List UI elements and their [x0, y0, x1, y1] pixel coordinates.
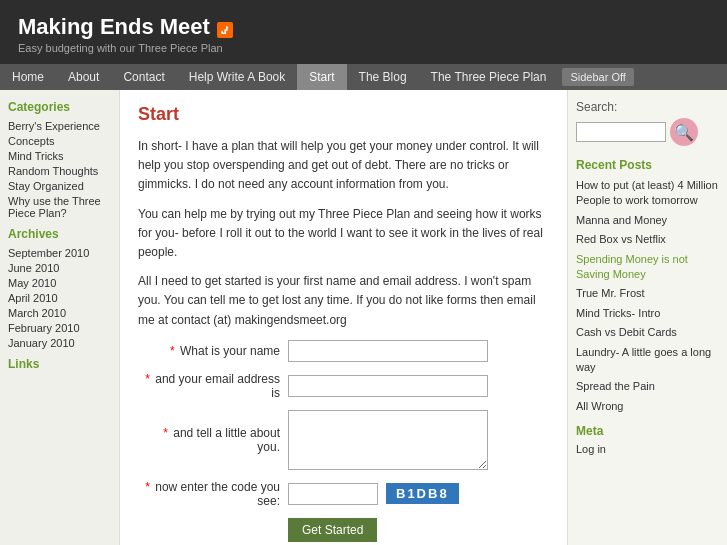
meta-title: Meta [576, 424, 719, 438]
recent-post-1[interactable]: Manna and Money [576, 213, 719, 228]
get-started-button[interactable]: Get Started [288, 518, 377, 542]
sidebar-category-5[interactable]: Why use the Three Piece Plan? [8, 195, 111, 219]
sidebar-category-4[interactable]: Stay Organized [8, 180, 111, 192]
sidebar-category-3[interactable]: Random Thoughts [8, 165, 111, 177]
site-title: Making Ends Meet [18, 14, 210, 39]
about-label: * and tell a little about you. [138, 426, 288, 454]
about-field-row: * and tell a little about you. [138, 410, 549, 470]
search-input[interactable] [576, 122, 666, 142]
archive-may-2010[interactable]: May 2010 [8, 277, 111, 289]
email-field-row: * and your email address is [138, 372, 549, 400]
recent-post-2[interactable]: Red Box vs Netflix [576, 232, 719, 247]
sidebar-category-0[interactable]: Berry's Experience [8, 120, 111, 132]
archive-jun-2010[interactable]: June 2010 [8, 262, 111, 274]
recent-post-0[interactable]: How to put (at least) 4 Million People t… [576, 178, 719, 209]
name-field-row: * What is your name [138, 340, 549, 362]
main-content: Start In short- I have a plan that will … [120, 90, 567, 545]
captcha-field-row: * now enter the code you see: B1DB8 [138, 480, 549, 508]
captcha-row: B1DB8 [288, 483, 459, 505]
right-sidebar: Search: 🔍 Recent Posts How to put (at le… [567, 90, 727, 545]
nav-start[interactable]: Start [297, 64, 346, 90]
recent-posts-title: Recent Posts [576, 158, 719, 172]
sidebar-category-2[interactable]: Mind Tricks [8, 150, 111, 162]
archive-sep-2010[interactable]: September 2010 [8, 247, 111, 259]
signup-form: * What is your name * and your email add… [138, 340, 549, 545]
required-star-about: * [163, 426, 168, 440]
intro-para-2: You can help me by trying out my Three P… [138, 205, 549, 263]
nav-help-write[interactable]: Help Write A Book [177, 64, 298, 90]
categories-title: Categories [8, 100, 111, 114]
required-star-captcha: * [145, 480, 150, 494]
search-icon-glyph: 🔍 [674, 123, 694, 142]
captcha-label-text: now enter the code you see: [155, 480, 280, 508]
about-textarea[interactable] [288, 410, 488, 470]
captcha-label: * now enter the code you see: [138, 480, 288, 508]
required-star-email: * [145, 372, 150, 386]
recent-post-5[interactable]: Mind Tricks- Intro [576, 306, 719, 321]
intro-para-1: In short- I have a plan that will help y… [138, 137, 549, 195]
recent-post-7[interactable]: Laundry- A little goes a long way [576, 345, 719, 376]
captcha-input[interactable] [288, 483, 378, 505]
meta-login[interactable]: Log in [576, 442, 719, 457]
nav-about[interactable]: About [56, 64, 111, 90]
search-icon[interactable]: 🔍 [670, 118, 698, 146]
recent-post-4[interactable]: True Mr. Frost [576, 286, 719, 301]
recent-post-3[interactable]: Spending Money is not Saving Money [576, 252, 719, 283]
main-layout: Categories Berry's Experience Concepts M… [0, 90, 727, 545]
required-star-name: * [170, 344, 175, 358]
archive-mar-2010[interactable]: March 2010 [8, 307, 111, 319]
nav-home[interactable]: Home [0, 64, 56, 90]
main-nav: Home About Contact Help Write A Book Sta… [0, 64, 727, 90]
nav-contact[interactable]: Contact [111, 64, 176, 90]
recent-post-6[interactable]: Cash vs Debit Cards [576, 325, 719, 340]
search-label: Search: [576, 100, 719, 114]
search-wrapper: 🔍 [576, 118, 719, 146]
name-input[interactable] [288, 340, 488, 362]
about-label-text: and tell a little about you. [173, 426, 280, 454]
archive-feb-2010[interactable]: February 2010 [8, 322, 111, 334]
recent-post-8[interactable]: Spread the Pain [576, 379, 719, 394]
left-sidebar: Categories Berry's Experience Concepts M… [0, 90, 120, 545]
email-label-text: and your email address is [155, 372, 280, 400]
rss-icon[interactable] [217, 22, 233, 38]
email-input[interactable] [288, 375, 488, 397]
name-label-text: What is your name [180, 344, 280, 358]
name-label: * What is your name [138, 344, 288, 358]
archive-apr-2010[interactable]: April 2010 [8, 292, 111, 304]
site-header: Making Ends Meet Easy budgeting with our… [0, 0, 727, 64]
sidebar-category-1[interactable]: Concepts [8, 135, 111, 147]
captcha-display: B1DB8 [386, 483, 459, 504]
archives-title: Archives [8, 227, 111, 241]
email-label: * and your email address is [138, 372, 288, 400]
page-title: Start [138, 104, 549, 125]
links-title: Links [8, 357, 111, 371]
nav-blog[interactable]: The Blog [347, 64, 419, 90]
archive-jan-2010[interactable]: January 2010 [8, 337, 111, 349]
sidebar-toggle-button[interactable]: Sidebar Off [562, 68, 633, 86]
intro-para-3: All I need to get started is your first … [138, 272, 549, 330]
nav-three-piece[interactable]: The Three Piece Plan [419, 64, 559, 90]
site-tagline: Easy budgeting with our Three Piece Plan [18, 42, 233, 54]
recent-post-9[interactable]: All Wrong [576, 399, 719, 414]
